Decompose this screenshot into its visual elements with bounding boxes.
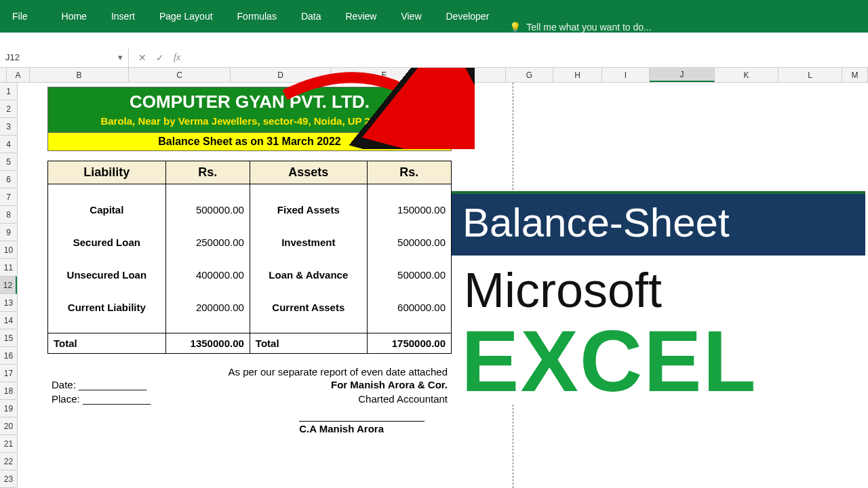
liab-value: 200000.00	[165, 291, 250, 324]
ribbon-tabs: HomeInsertPage LayoutFormulasDataReviewV…	[40, 0, 502, 33]
row-7[interactable]: 7	[0, 188, 17, 206]
balance-sheet: COMPUTER GYAN PVT. LTD. Barola, Near by …	[47, 87, 452, 434]
company-name: COMPUTER GYAN PVT. LTD.	[51, 92, 448, 113]
total-label-l: Total	[48, 333, 166, 354]
row-1[interactable]: 1	[0, 83, 17, 100]
row-2[interactable]: 2	[0, 100, 17, 118]
total-asset: 1750000.00	[367, 333, 451, 354]
overlay-ms: Microsoft	[452, 256, 865, 318]
col-B[interactable]: B	[30, 68, 129, 82]
ribbon: File HomeInsertPage LayoutFormulasDataRe…	[0, 0, 868, 33]
company-banner: COMPUTER GYAN PVT. LTD. Barola, Near by …	[47, 87, 452, 133]
tell-me[interactable]: 💡 Tell me what you want to do...	[501, 22, 651, 33]
grid[interactable]: 1234567891011121314151617181920212223 CO…	[0, 83, 868, 488]
liab-value: 250000.00	[165, 226, 250, 259]
overlay-card: Balance-Sheet Microsoft EXCEL	[452, 191, 865, 405]
overlay-excel: EXCEL	[452, 318, 865, 405]
tab-data[interactable]: Data	[289, 0, 334, 33]
row-12[interactable]: 12	[0, 277, 17, 294]
row-18[interactable]: 18	[0, 382, 17, 400]
fx-icon[interactable]: fx	[174, 52, 180, 63]
row-13[interactable]: 13	[0, 294, 17, 312]
row-16[interactable]: 16	[0, 347, 17, 365]
asset-label: Current Assets	[250, 291, 367, 324]
formula-bar: J12 ▾ ✕ ✓ fx	[0, 47, 868, 68]
company-addr: Barola, Near by Verma Jewellers, sector-…	[51, 113, 448, 131]
col-F[interactable]: F	[438, 68, 506, 82]
row-20[interactable]: 20	[0, 418, 17, 435]
row-11[interactable]: 11	[0, 259, 17, 277]
row-15[interactable]: 15	[0, 329, 17, 347]
col-C[interactable]: C	[129, 68, 231, 82]
asset-label: Fixed Assets	[250, 194, 367, 226]
row-23[interactable]: 23	[0, 470, 17, 488]
tab-developer[interactable]: Developer	[434, 0, 502, 33]
col-I[interactable]: I	[602, 68, 650, 82]
select-all[interactable]	[0, 68, 7, 82]
row-17[interactable]: 17	[0, 365, 17, 382]
th-asset-rs: Rs.	[367, 161, 451, 184]
row-6[interactable]: 6	[0, 171, 17, 188]
total-label-a: Total	[250, 333, 367, 354]
row-22[interactable]: 22	[0, 453, 17, 470]
row-8[interactable]: 8	[0, 206, 17, 224]
row-3[interactable]: 3	[0, 118, 17, 136]
date-blank	[79, 379, 146, 390]
place-label: Place:	[52, 393, 80, 405]
cells-area[interactable]: COMPUTER GYAN PVT. LTD. Barola, Near by …	[18, 83, 868, 488]
asset-value: 150000.00	[367, 194, 451, 226]
col-M[interactable]: M	[842, 68, 868, 82]
col-K[interactable]: K	[715, 68, 778, 82]
row-21[interactable]: 21	[0, 435, 17, 453]
col-E[interactable]: E	[331, 68, 438, 82]
balance-sheet-footer: As per our separate report of even date …	[47, 366, 452, 421]
chevron-down-icon[interactable]: ▾	[118, 52, 123, 62]
col-G[interactable]: G	[506, 68, 553, 82]
balance-sheet-table: Liability Rs. Assets Rs. Capital500000.0…	[47, 161, 452, 354]
row-5[interactable]: 5	[0, 153, 17, 171]
cancel-icon[interactable]: ✕	[138, 52, 146, 63]
liab-label: Capital	[48, 194, 166, 226]
signatory: C.A Manish Arora	[299, 421, 425, 434]
file-tab[interactable]: File	[0, 0, 40, 33]
name-box[interactable]: J12 ▾	[0, 47, 129, 67]
for-firm: For Manish Arora & Cor.	[331, 379, 448, 390]
asset-label: Investment	[250, 226, 367, 259]
formula-input[interactable]	[190, 47, 868, 67]
row-10[interactable]: 10	[0, 241, 17, 259]
asset-value: 600000.00	[367, 291, 451, 324]
liab-label: Unsecured Loan	[48, 259, 166, 291]
tab-home[interactable]: Home	[50, 0, 99, 33]
asset-label: Loan & Advance	[250, 259, 367, 291]
row-14[interactable]: 14	[0, 312, 17, 329]
liab-value: 400000.00	[165, 259, 250, 291]
col-H[interactable]: H	[553, 68, 602, 82]
liab-label: Current Liability	[48, 291, 166, 324]
column-headers: ABCDEFGHIJKLM	[0, 68, 868, 83]
th-assets: Assets	[250, 161, 367, 184]
tab-review[interactable]: Review	[334, 0, 389, 33]
th-liab-rs: Rs.	[165, 161, 250, 184]
col-D[interactable]: D	[231, 68, 331, 82]
tab-formulas[interactable]: Formulas	[225, 0, 289, 33]
lightbulb-icon: 💡	[509, 22, 521, 33]
row-9[interactable]: 9	[0, 224, 17, 241]
col-L[interactable]: L	[778, 68, 842, 82]
enter-icon[interactable]: ✓	[156, 52, 164, 63]
asset-value: 500000.00	[367, 226, 451, 259]
balance-sheet-title: Balance Sheet as on 31 March 2022	[47, 133, 452, 151]
liab-value: 500000.00	[165, 194, 250, 226]
row-19[interactable]: 19	[0, 400, 17, 418]
report-note: As per our separate report of even date …	[47, 366, 452, 378]
name-box-value: J12	[5, 52, 20, 62]
col-J[interactable]: J	[650, 68, 715, 82]
tab-insert[interactable]: Insert	[99, 0, 147, 33]
formula-icons: ✕ ✓ fx	[129, 52, 190, 63]
tab-view[interactable]: View	[389, 0, 433, 33]
liab-label: Secured Loan	[48, 226, 166, 259]
row-4[interactable]: 4	[0, 136, 17, 153]
tab-page-layout[interactable]: Page Layout	[147, 0, 225, 33]
col-A[interactable]: A	[7, 68, 30, 82]
role: Charted Accountant	[358, 393, 448, 405]
asset-value: 500000.00	[367, 259, 451, 291]
